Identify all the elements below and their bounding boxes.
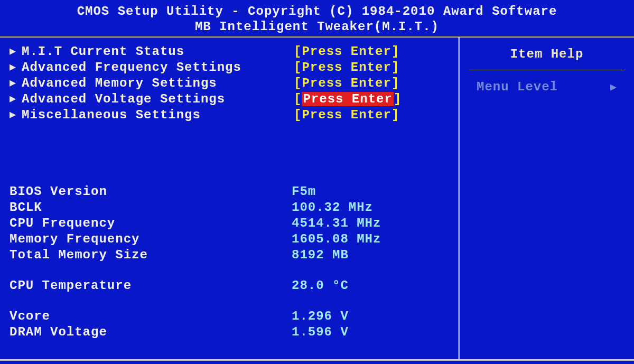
- menu-adv-memory[interactable]: ▶ Advanced Memory Settings [Press Enter]: [10, 76, 449, 91]
- info-dram-voltage: DRAM Voltage 1.596 V: [10, 324, 449, 340]
- menu-value: [Press Enter]: [294, 107, 399, 123]
- menu-label: Advanced Memory Settings: [22, 76, 294, 91]
- info-label: CPU Frequency: [10, 216, 292, 231]
- info-value: 1.296 V: [292, 309, 349, 324]
- arrow-icon: ▶: [10, 76, 16, 91]
- info-value: 4514.31 MHz: [292, 216, 381, 231]
- info-bios-version: BIOS Version F5m: [10, 184, 449, 200]
- info-label: BIOS Version: [10, 184, 292, 200]
- info-value: F5m: [292, 184, 316, 200]
- arrow-icon: ▶: [10, 44, 16, 60]
- menu-value: [Press Enter]: [294, 44, 399, 60]
- left-panel: ▶ M.I.T Current Status [Press Enter] ▶ A…: [0, 38, 460, 359]
- menu-label: M.I.T Current Status: [22, 44, 294, 60]
- info-label: Memory Frequency: [10, 231, 292, 247]
- info-cpu-temp: CPU Temperature 28.0 °C: [10, 278, 449, 294]
- main-area: ▶ M.I.T Current Status [Press Enter] ▶ A…: [0, 38, 634, 359]
- info-value: 8192 MB: [292, 247, 349, 263]
- menu-value: [Press Enter]: [294, 91, 402, 107]
- item-help-title: Item Help: [469, 44, 624, 70]
- bios-header: CMOS Setup Utility - Copyright (C) 1984-…: [0, 0, 634, 38]
- menu-adv-frequency[interactable]: ▶ Advanced Frequency Settings [Press Ent…: [10, 60, 449, 76]
- info-label: DRAM Voltage: [10, 324, 292, 340]
- menu-adv-voltage[interactable]: ▶ Advanced Voltage Settings [Press Enter…: [10, 91, 449, 107]
- menu-value: [Press Enter]: [294, 76, 399, 91]
- menu-label: Miscellaneous Settings: [22, 107, 294, 123]
- arrow-icon: ▶: [10, 91, 16, 107]
- arrow-icon: ▶: [610, 80, 617, 94]
- info-value: 100.32 MHz: [292, 200, 373, 216]
- menu-label: Advanced Voltage Settings: [22, 91, 294, 107]
- menu-label: Advanced Frequency Settings: [22, 60, 294, 76]
- menu-mit-status[interactable]: ▶ M.I.T Current Status [Press Enter]: [10, 44, 449, 60]
- info-mem-freq: Memory Frequency 1605.08 MHz: [10, 231, 449, 247]
- info-value: 1605.08 MHz: [292, 231, 381, 247]
- arrow-icon: ▶: [10, 60, 16, 76]
- info-value: 1.596 V: [292, 324, 349, 340]
- header-title: CMOS Setup Utility - Copyright (C) 1984-…: [0, 4, 634, 18]
- info-vcore: Vcore 1.296 V: [10, 309, 449, 324]
- info-label: Total Memory Size: [10, 247, 292, 263]
- info-value: 28.0 °C: [292, 278, 349, 294]
- help-panel: Item Help Menu Level ▶: [460, 38, 634, 359]
- bottom-border: [0, 359, 634, 361]
- info-cpu-freq: CPU Frequency 4514.31 MHz: [10, 216, 449, 231]
- info-bclk: BCLK 100.32 MHz: [10, 200, 449, 216]
- info-total-mem: Total Memory Size 8192 MB: [10, 247, 449, 263]
- info-label: CPU Temperature: [10, 278, 292, 294]
- header-subtitle: MB Intelligent Tweaker(M.I.T.): [0, 20, 634, 34]
- info-label: BCLK: [10, 200, 292, 216]
- arrow-icon: ▶: [10, 107, 16, 123]
- menu-misc-settings[interactable]: ▶ Miscellaneous Settings [Press Enter]: [10, 107, 449, 123]
- menu-level-label: Menu Level: [477, 80, 558, 94]
- menu-level: Menu Level ▶: [469, 80, 624, 94]
- menu-value: [Press Enter]: [294, 60, 399, 76]
- info-label: Vcore: [10, 309, 292, 324]
